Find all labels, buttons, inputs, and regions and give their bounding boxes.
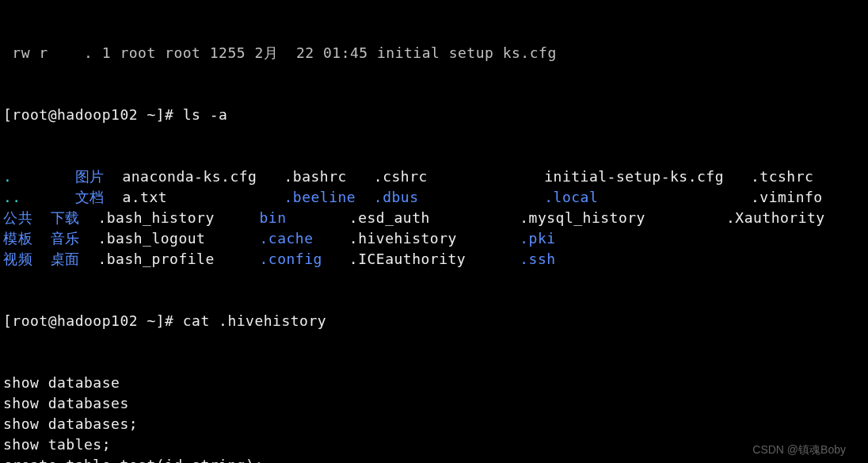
ls-entry: . bbox=[3, 168, 75, 185]
history-line: show databases bbox=[3, 393, 865, 414]
ls-entry: 文档 bbox=[75, 189, 123, 205]
ls-entry: .config bbox=[259, 251, 348, 267]
ls-entry: .cache bbox=[259, 230, 348, 247]
history-line: show databases; bbox=[3, 414, 865, 434]
ls-entry: 视频 bbox=[3, 251, 51, 267]
ls-entry: .bash_history bbox=[97, 209, 259, 226]
ls-entry: 模板 bbox=[3, 230, 51, 247]
cat-output-block: show databaseshow databasesshow database… bbox=[3, 373, 865, 463]
ls-entry: 公共 bbox=[3, 209, 51, 226]
ls-entry: .Xauthority bbox=[726, 209, 825, 226]
watermark-text: CSDN @镇魂Boby bbox=[752, 439, 846, 460]
ls-entry: .. bbox=[3, 189, 75, 205]
ls-row: 视频 桌面 .bash_profile .config .ICEauthorit… bbox=[3, 249, 865, 270]
ls-row: .. 文档 a.txt .beeline .dbus .local .vimin… bbox=[3, 187, 865, 208]
terminal-output[interactable]: rw r . 1 root root 1255 2月 22 01:45 init… bbox=[0, 0, 868, 463]
history-line: show database bbox=[3, 373, 865, 393]
ls-output-block: . 图片 anaconda-ks.cfg .bashrc .cshrc init… bbox=[3, 166, 865, 270]
ls-entry: .beeline bbox=[284, 189, 373, 205]
ls-entry: .dbus bbox=[374, 189, 544, 205]
ls-entry: initial-setup-ks.cfg bbox=[544, 168, 751, 185]
ls-row: . 图片 anaconda-ks.cfg .bashrc .cshrc init… bbox=[3, 166, 865, 187]
ls-entry: .bash_profile bbox=[97, 251, 259, 267]
ls-entry: .bashrc bbox=[284, 168, 373, 185]
ls-row: 模板 音乐 .bash_logout .cache .hivehistory .… bbox=[3, 228, 865, 249]
ls-entry: .bash_logout bbox=[97, 230, 259, 247]
ls-entry: .local bbox=[544, 189, 751, 205]
ls-entry: .ICEauthority bbox=[349, 251, 520, 267]
ls-entry: anaconda-ks.cfg bbox=[122, 168, 284, 185]
ls-entry: .pki bbox=[520, 230, 726, 247]
ls-entry: 桌面 bbox=[51, 251, 98, 267]
ls-entry: .ssh bbox=[520, 251, 726, 267]
prompt-line-1: [root@hadoop102 ~]# ls -a bbox=[3, 105, 865, 125]
ls-entry: a.txt bbox=[122, 189, 284, 205]
ls-entry: bin bbox=[259, 209, 348, 226]
history-line: show tables; bbox=[3, 434, 865, 455]
prompt-line-2: [root@hadoop102 ~]# cat .hivehistory bbox=[3, 311, 865, 331]
ls-entry: .hivehistory bbox=[349, 230, 520, 247]
ls-entry: .tcshrc bbox=[751, 168, 813, 185]
ls-entry: 下载 bbox=[51, 209, 98, 226]
ls-entry: 图片 bbox=[75, 168, 123, 185]
history-line: create table test(id string); bbox=[3, 455, 865, 463]
ls-entry: .cshrc bbox=[374, 168, 544, 185]
ls-entry: .viminfo bbox=[751, 189, 823, 205]
ls-entry: .esd_auth bbox=[349, 209, 520, 226]
truncated-top-line: rw r . 1 root root 1255 2月 22 01:45 init… bbox=[3, 43, 865, 63]
ls-row: 公共 下载 .bash_history bin .esd_auth .mysql… bbox=[3, 208, 865, 228]
ls-entry: .mysql_history bbox=[520, 209, 726, 226]
ls-entry: 音乐 bbox=[51, 230, 98, 247]
